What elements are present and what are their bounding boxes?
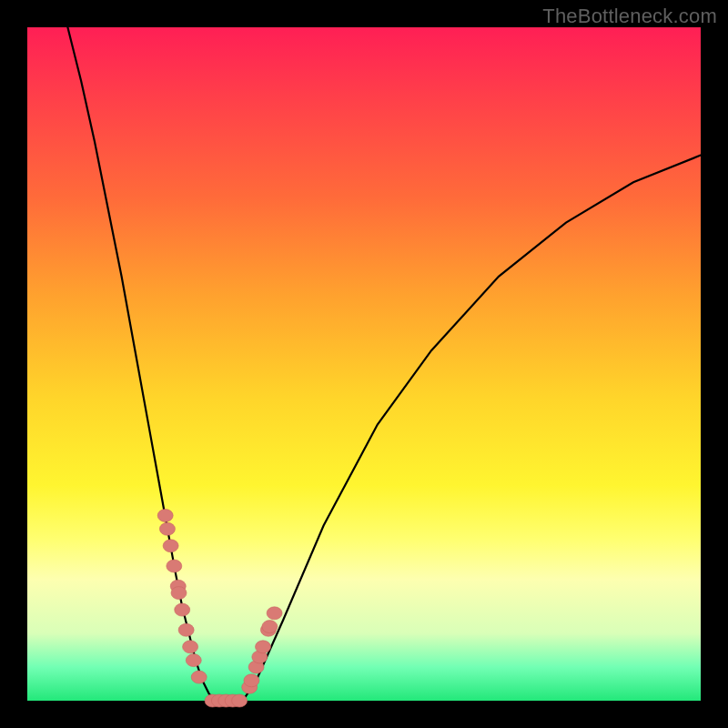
- marker-point: [262, 621, 278, 633]
- plot-area: [27, 27, 701, 701]
- curve-svg: [27, 27, 701, 701]
- marker-point: [232, 694, 248, 707]
- marker-point: [267, 607, 282, 620]
- marker-point: [191, 671, 207, 683]
- marker-point: [183, 641, 198, 653]
- marker-point: [163, 540, 178, 552]
- marker-point: [171, 587, 187, 600]
- marker-point: [244, 674, 259, 687]
- marker-point: [175, 603, 190, 616]
- marker-point: [178, 623, 194, 636]
- marker-point: [256, 641, 271, 653]
- chart-frame: TheBottleneck.com: [0, 0, 728, 728]
- marker-point: [186, 654, 201, 667]
- marker-point: [159, 522, 175, 535]
- marker-point: [167, 560, 182, 572]
- watermark-text: TheBottleneck.com: [542, 5, 717, 28]
- bottleneck-curve: [67, 27, 701, 701]
- marker-point: [157, 510, 173, 522]
- marker-group: [157, 510, 282, 708]
